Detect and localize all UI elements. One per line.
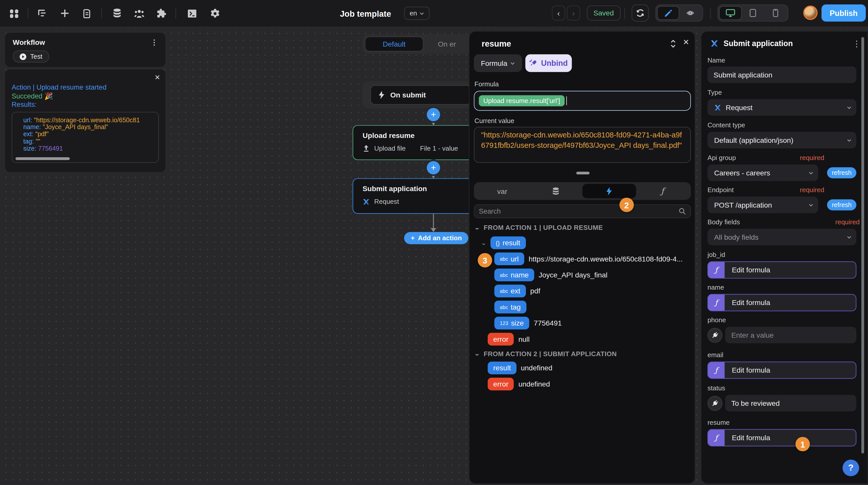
formula-token-chip[interactable]: Upload resume.result['url'] (479, 95, 564, 106)
name-input[interactable] (708, 67, 856, 83)
log-key: tag: (23, 138, 34, 144)
name-formula-field[interactable]: ƒ Edit formula (708, 294, 856, 311)
log-value: "pdf" (35, 131, 49, 137)
status-input[interactable] (725, 395, 856, 412)
upload-icon (363, 145, 370, 152)
desktop-device-button[interactable] (719, 6, 742, 20)
tree-row-name[interactable]: abcname Joyce_API days_final (494, 269, 607, 281)
add-step-button-1[interactable]: + (427, 108, 440, 122)
terminal-icon[interactable] (183, 0, 202, 27)
kebab-menu-icon[interactable]: ⋮ (852, 39, 861, 49)
tree-row-size[interactable]: 123size 7756491 (494, 317, 562, 329)
node-submit-application[interactable]: Submit application Request (352, 178, 476, 214)
undo-back-button[interactable]: ‹ (552, 6, 565, 21)
add-action-button[interactable]: + Add an action (404, 232, 469, 244)
sync-button[interactable] (632, 5, 649, 22)
tree-row-ext[interactable]: abcext pdf (494, 284, 540, 297)
log-value: "Joyce_API days_final" (43, 124, 108, 130)
resize-drag-handle[interactable] (576, 172, 590, 174)
apps-grid-icon[interactable] (5, 0, 23, 27)
tab-default-branch[interactable]: Default (365, 36, 424, 51)
node-action-label: Upload file (374, 145, 406, 152)
users-icon[interactable] (130, 0, 148, 27)
log-results-box[interactable]: url: "https://storage-cdn.weweb.io/650c8… (12, 112, 159, 162)
page-tree-icon[interactable] (33, 0, 51, 27)
tab-error-branch[interactable]: On er (438, 40, 456, 48)
trigger-container: On submit (363, 82, 479, 109)
content-type-select[interactable]: Default (application/json) (708, 132, 856, 149)
redo-forward-button[interactable]: › (567, 6, 580, 21)
publish-button[interactable]: Publish (822, 5, 866, 22)
horizontal-scrollbar[interactable] (16, 157, 70, 160)
body-fields-value: All body fields (714, 233, 758, 241)
add-step-button-2[interactable]: + (427, 161, 440, 175)
binding-popup-title: resume (482, 39, 511, 48)
connector-line (433, 214, 434, 230)
settings-gear-icon[interactable] (206, 0, 224, 27)
chevron-down-icon (847, 106, 851, 109)
expand-icon[interactable] (670, 40, 676, 48)
tree-row-error[interactable]: error null (488, 333, 530, 345)
lightning-icon (379, 91, 385, 99)
phone-input[interactable] (725, 327, 856, 343)
tablet-device-button[interactable] (742, 6, 764, 20)
formula-input[interactable]: Upload resume.result['url'] (474, 91, 691, 111)
body-fields-select[interactable]: All body fields (708, 229, 856, 245)
bind-status-button[interactable] (708, 396, 722, 411)
tree-row-result[interactable]: ⌄ {}result (482, 236, 526, 249)
tree-row-result-2[interactable]: result undefined (488, 361, 552, 374)
document-icon[interactable] (78, 0, 96, 27)
binding-mode-dropdown[interactable]: Formula (474, 54, 522, 72)
tab-collections[interactable] (529, 184, 582, 198)
type-tag: abc (500, 256, 508, 262)
tablet-icon (750, 9, 756, 17)
tree-row-tag[interactable]: abctag (494, 301, 530, 313)
tab-variables[interactable]: var (475, 184, 529, 198)
eye-icon (686, 10, 695, 16)
kebab-menu-icon[interactable]: ⋮ (151, 38, 158, 47)
avatar[interactable] (803, 6, 818, 20)
chevron-down-icon (847, 236, 851, 238)
data-sources-icon[interactable] (107, 0, 126, 27)
plugins-icon[interactable] (152, 0, 170, 27)
edit-mode-button[interactable] (657, 6, 679, 20)
locale-dropdown[interactable]: en (404, 7, 430, 20)
formula-label: Formula (474, 80, 499, 88)
help-button[interactable]: ? (842, 460, 859, 476)
close-icon[interactable]: × (683, 36, 689, 48)
binding-popup: resume × Formula Unbind Formula Upload r… (469, 31, 695, 484)
tree-row-url[interactable]: abcurl https://storage-cdn.weweb.io/650c… (494, 253, 683, 265)
tree-section-header-1[interactable]: ⌄ FROM ACTION 1 | UPLOAD RESUME (475, 223, 603, 232)
resume-formula-field[interactable]: ƒ Edit formula (708, 429, 856, 446)
type-tag: abc (500, 288, 508, 294)
search-input[interactable] (479, 207, 679, 215)
tab-formulas[interactable]: ƒ (636, 184, 689, 198)
error-chip: error (488, 378, 514, 390)
refresh-api-group-button[interactable]: refresh (827, 167, 856, 178)
vertical-scrollbar[interactable] (861, 37, 864, 454)
node-upload-resume[interactable]: Upload resume Upload file File 1 - value (352, 125, 476, 160)
preview-mode-button[interactable] (679, 6, 701, 20)
tree-row-error-2[interactable]: error undefined (488, 378, 550, 390)
close-icon[interactable]: × (155, 73, 160, 83)
refresh-endpoint-button[interactable]: refresh (827, 200, 856, 211)
play-icon (20, 53, 27, 60)
mobile-device-button[interactable] (764, 6, 786, 20)
formula-icon: ƒ (708, 295, 725, 311)
trigger-node-on-submit[interactable]: On submit (370, 85, 471, 105)
edit-formula-label: Edit formula (732, 366, 770, 374)
add-element-icon[interactable] (55, 0, 74, 27)
unbind-button[interactable]: Unbind (525, 54, 572, 72)
job-id-formula-field[interactable]: ƒ Edit formula (708, 262, 856, 279)
test-workflow-button[interactable]: Test (13, 50, 49, 63)
endpoint-select[interactable]: POST /application (708, 197, 818, 213)
tree-section-header-2[interactable]: ⌄ FROM ACTION 2 | SUBMIT APPLICATION (475, 349, 617, 358)
tab-workflow-data[interactable] (582, 184, 636, 198)
email-formula-field[interactable]: ƒ Edit formula (708, 361, 856, 379)
bind-phone-button[interactable] (708, 328, 722, 343)
content-type-label: Content type (708, 121, 745, 129)
step-badge-1: 1 (795, 437, 810, 451)
chevron-down-icon: ⌄ (481, 240, 487, 246)
api-group-select[interactable]: Careers - careers (708, 164, 818, 181)
type-select[interactable]: Request (708, 99, 856, 116)
